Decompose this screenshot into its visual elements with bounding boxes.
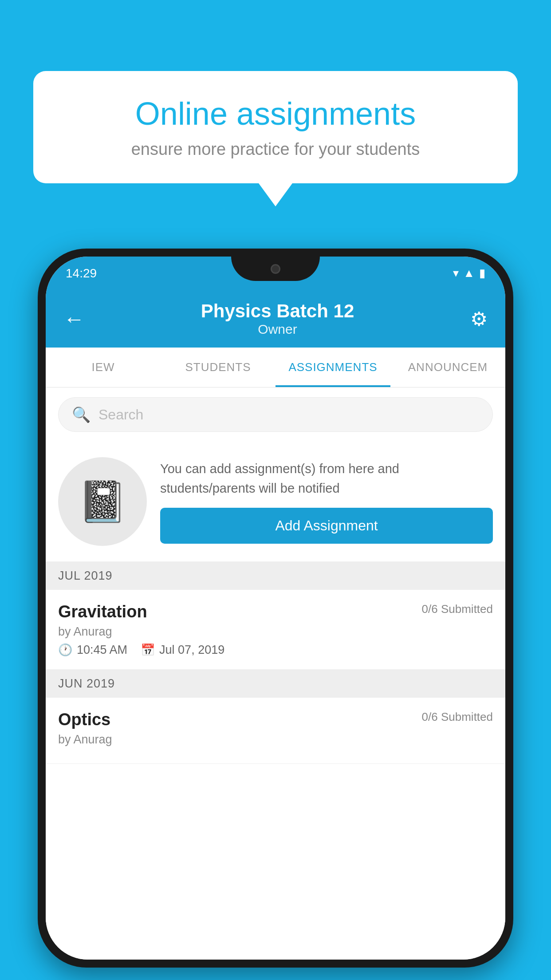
tabs-bar: IEW STUDENTS ASSIGNMENTS ANNOUNCEM [46, 348, 505, 387]
assignment-by-optics: by Anurag [58, 733, 493, 747]
tab-students[interactable]: STUDENTS [161, 348, 276, 387]
month-header-jun: JUN 2019 [46, 670, 505, 698]
settings-icon[interactable]: ⚙ [470, 308, 488, 330]
speech-bubble: Online assignments ensure more practice … [33, 71, 518, 183]
calendar-icon: 📅 [141, 643, 155, 657]
scrollable-content: 🔍 Search 📓 You can add assignment(s) fro… [46, 387, 505, 960]
assignment-item-gravitation[interactable]: Gravitation 0/6 Submitted by Anurag 🕐 10… [46, 590, 505, 670]
promo-content: You can add assignment(s) from here and … [160, 459, 493, 544]
speech-bubble-subtitle: ensure more practice for your students [64, 140, 487, 159]
assignment-by: by Anurag [58, 625, 493, 639]
phone-inner: 14:29 ▾ ▲ ▮ ← Physics Batch 12 Owner ⚙ I… [46, 257, 505, 960]
search-box[interactable]: 🔍 Search [58, 397, 493, 432]
meta-time: 🕐 10:45 AM [58, 643, 127, 657]
phone-frame: 14:29 ▾ ▲ ▮ ← Physics Batch 12 Owner ⚙ I… [38, 249, 513, 968]
clock-icon: 🕐 [58, 643, 72, 657]
tab-iew[interactable]: IEW [46, 348, 161, 387]
status-bar: 14:29 ▾ ▲ ▮ [46, 257, 505, 290]
speech-bubble-title: Online assignments [64, 95, 487, 132]
search-container: 🔍 Search [46, 387, 505, 442]
promo-icon-circle: 📓 [58, 457, 147, 546]
status-icons: ▾ ▲ ▮ [453, 266, 485, 280]
assignment-row-top: Gravitation 0/6 Submitted [58, 602, 493, 621]
battery-icon: ▮ [479, 266, 485, 280]
promo-text: You can add assignment(s) from here and … [160, 459, 493, 498]
wifi-icon: ▾ [453, 266, 459, 280]
assignment-promo: 📓 You can add assignment(s) from here an… [46, 442, 505, 562]
search-input[interactable]: Search [98, 407, 143, 423]
tab-assignments[interactable]: ASSIGNMENTS [276, 348, 390, 387]
meta-date: 📅 Jul 07, 2019 [141, 643, 224, 657]
speech-bubble-container: Online assignments ensure more practice … [33, 71, 518, 206]
assignment-time: 10:45 AM [77, 643, 127, 657]
search-icon: 🔍 [72, 406, 91, 423]
assignment-submitted: 0/6 Submitted [422, 602, 493, 616]
assignment-item-optics[interactable]: Optics 0/6 Submitted by Anurag [46, 698, 505, 764]
signal-icon: ▲ [463, 266, 475, 280]
status-time: 14:29 [66, 266, 97, 281]
camera-cutout [271, 264, 280, 274]
assignment-submitted-optics: 0/6 Submitted [422, 710, 493, 724]
header-title: Physics Batch 12 [201, 300, 354, 322]
add-assignment-button[interactable]: Add Assignment [160, 508, 493, 544]
assignment-meta: 🕐 10:45 AM 📅 Jul 07, 2019 [58, 643, 493, 657]
assignment-date: Jul 07, 2019 [159, 643, 224, 657]
back-button[interactable]: ← [63, 307, 85, 331]
header-subtitle: Owner [201, 322, 354, 337]
phone-notch [231, 257, 320, 281]
notebook-icon: 📓 [78, 478, 127, 525]
speech-bubble-arrow [259, 183, 292, 206]
month-header-jul: JUL 2019 [46, 562, 505, 590]
app-header: ← Physics Batch 12 Owner ⚙ [46, 290, 505, 348]
assignment-name-optics: Optics [58, 710, 110, 729]
assignment-row-top-optics: Optics 0/6 Submitted [58, 710, 493, 729]
header-center: Physics Batch 12 Owner [201, 300, 354, 337]
assignment-name: Gravitation [58, 602, 147, 621]
tab-announcements[interactable]: ANNOUNCEM [390, 348, 505, 387]
